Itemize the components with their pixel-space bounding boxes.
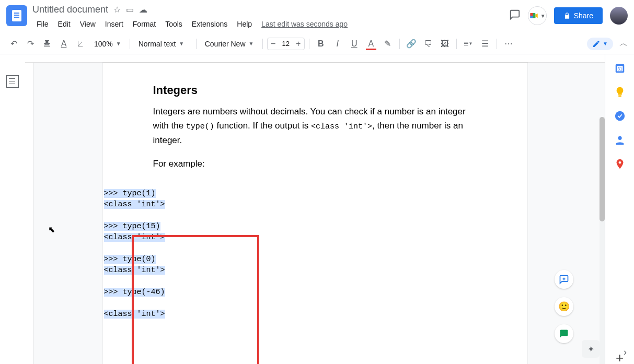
cloud-status-icon[interactable]: ☁ [139, 5, 147, 15]
highlight-icon[interactable]: ✎ [381, 37, 395, 51]
maps-app-icon[interactable] [614, 158, 626, 170]
bold-icon[interactable]: B [314, 37, 328, 51]
comments-icon[interactable] [509, 9, 521, 23]
paragraph-1[interactable]: Integers are numbers without decimals. Y… [153, 104, 477, 147]
document-canvas[interactable]: Integers Integers are numbers without de… [25, 54, 605, 364]
menu-extensions[interactable]: Extensions [188, 18, 232, 30]
svg-point-9 [615, 111, 624, 121]
horizontal-ruler[interactable] [25, 54, 605, 63]
text-color-icon[interactable]: A [364, 37, 378, 51]
more-icon[interactable]: ⋯ [501, 37, 516, 51]
svg-text:31: 31 [617, 67, 623, 72]
last-edit-link[interactable]: Last edit was seconds ago [261, 20, 348, 28]
zoom-select[interactable]: 100%▼ [90, 37, 125, 51]
page[interactable]: Integers Integers are numbers without de… [103, 63, 527, 364]
menu-format[interactable]: Format [129, 18, 160, 30]
paint-format-icon[interactable]: ⟀ [73, 37, 88, 51]
menu-file[interactable]: File [32, 18, 53, 30]
vertical-ruler[interactable] [25, 63, 33, 364]
menu-tools[interactable]: Tools [161, 18, 187, 30]
svg-point-11 [618, 161, 621, 164]
star-icon[interactable]: ☆ [113, 5, 121, 15]
heading-integers[interactable]: Integers [153, 84, 477, 97]
svg-point-10 [618, 136, 621, 140]
align-icon[interactable]: ≡▼ [461, 37, 476, 51]
svg-rect-8 [618, 95, 621, 97]
italic-icon[interactable]: I [330, 37, 345, 51]
font-select[interactable]: Courier New▼ [201, 37, 258, 51]
collapse-toolbar-icon[interactable]: ︿ [619, 38, 628, 49]
svg-rect-1 [530, 13, 533, 16]
editing-mode-button[interactable]: ▼ [587, 38, 613, 50]
floating-tools: 🙂 [555, 270, 573, 343]
toolbar: ↶ ↷ 🖶 A ⟀ 100%▼ Normal text▼ Courier New… [0, 33, 634, 54]
line-spacing-icon[interactable]: ☰ [478, 37, 492, 51]
menu-bar: File Edit View Insert Format Tools Exten… [32, 18, 509, 30]
font-size-stepper[interactable]: − + [267, 38, 305, 50]
explore-button[interactable]: ✦ [582, 340, 600, 358]
side-panel: 31 + [605, 54, 634, 364]
contacts-app-icon[interactable] [614, 134, 626, 146]
paragraph-style-select[interactable]: Normal text▼ [134, 37, 192, 51]
menu-view[interactable]: View [76, 18, 100, 30]
add-comment-bubble-icon[interactable] [555, 270, 573, 289]
undo-icon[interactable]: ↶ [6, 37, 21, 51]
account-avatar[interactable] [610, 7, 628, 25]
underline-icon[interactable]: U [347, 37, 362, 51]
vertical-scrollbar[interactable] [600, 117, 605, 364]
spellcheck-icon[interactable]: A [56, 37, 71, 51]
code-block[interactable]: >>> type(1)<class 'int'> >>> type(15)<cl… [103, 184, 477, 324]
docs-logo-icon[interactable] [6, 5, 27, 26]
insert-link-icon[interactable]: 🔗 [404, 37, 419, 51]
insert-image-icon[interactable]: 🖼 [437, 37, 452, 51]
calendar-app-icon[interactable]: 31 [614, 62, 626, 74]
keep-app-icon[interactable] [614, 86, 626, 98]
menu-edit[interactable]: Edit [54, 18, 75, 30]
emoji-reaction-icon[interactable]: 🙂 [555, 297, 573, 316]
paragraph-2[interactable]: For example: [153, 157, 477, 171]
outline-icon[interactable] [6, 75, 19, 88]
move-icon[interactable]: ▭ [126, 5, 134, 15]
suggest-edits-icon[interactable] [555, 324, 573, 343]
svg-rect-2 [530, 16, 533, 18]
menu-insert[interactable]: Insert [101, 18, 128, 30]
left-rail [0, 54, 25, 364]
redo-icon[interactable]: ↷ [23, 37, 38, 51]
font-size-input[interactable] [279, 40, 293, 48]
hide-side-panel-icon[interactable]: › [624, 347, 627, 358]
font-size-decrease[interactable]: − [268, 39, 279, 49]
share-label: Share [574, 11, 593, 20]
meet-button[interactable]: ▼ [528, 6, 547, 25]
titlebar: Untitled document ☆ ▭ ☁ File Edit View I… [0, 0, 634, 33]
font-size-increase[interactable]: + [293, 39, 304, 49]
tasks-app-icon[interactable] [614, 110, 626, 122]
share-button[interactable]: Share [554, 7, 603, 24]
add-comment-icon[interactable]: 🗨 [421, 37, 435, 51]
menu-help[interactable]: Help [233, 18, 256, 30]
print-icon[interactable]: 🖶 [40, 37, 54, 51]
document-title[interactable]: Untitled document [32, 4, 108, 15]
